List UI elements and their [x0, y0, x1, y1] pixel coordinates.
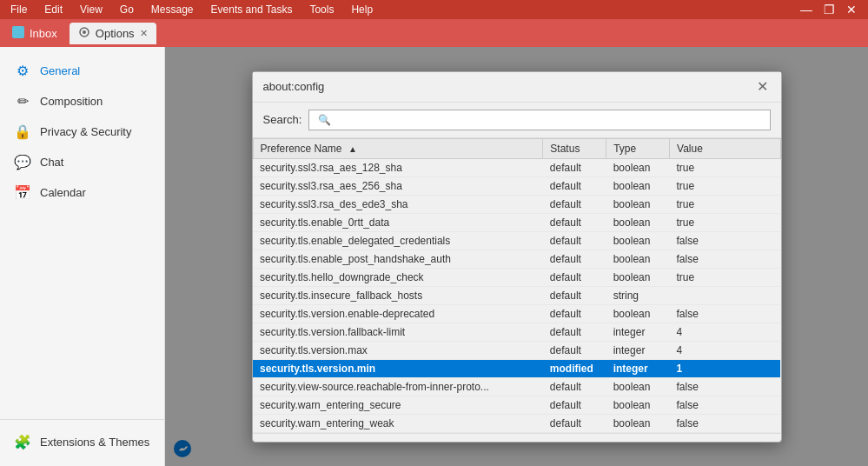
table-row[interactable]: security.ssl3.rsa_aes_128_shadefaultbool… — [253, 158, 780, 176]
sidebar-item-chat[interactable]: 💬 Chat — [0, 147, 164, 177]
cell-value — [670, 286, 780, 304]
table-row[interactable]: security.warn_entering_securedefaultbool… — [253, 396, 780, 414]
sidebar-item-privacy[interactable]: 🔒 Privacy & Security — [0, 116, 164, 147]
menu-message[interactable]: Message — [148, 2, 197, 17]
tab-inbox[interactable]: Inbox — [3, 23, 66, 44]
cell-name: security.tls.version.max — [253, 341, 543, 359]
cell-status: default — [543, 304, 606, 323]
cell-type: boolean — [606, 213, 670, 231]
cell-type: integer — [606, 359, 670, 377]
menu-events[interactable]: Events and Tasks — [208, 2, 296, 17]
cell-name: security.warn_entering_weak — [253, 414, 543, 432]
table-row[interactable]: security.tls.version.minmodifiedinteger1 — [253, 359, 780, 377]
window-controls: — ❐ ✕ — [797, 0, 861, 19]
cell-name: security.tls.version.fallback-limit — [253, 323, 543, 341]
cell-type: boolean — [606, 304, 670, 323]
sidebar-item-extensions[interactable]: 🧩 Extensions & Themes — [0, 427, 164, 457]
cell-type: boolean — [606, 396, 670, 414]
chat-icon: 💬 — [14, 154, 31, 170]
menu-tools[interactable]: Tools — [306, 2, 337, 17]
search-icon: 🔍 — [315, 114, 331, 126]
cell-name: security.ssl3.rsa_aes_256_sha — [253, 176, 543, 195]
table-row[interactable]: security.tls.version.maxdefaultinteger4 — [253, 341, 780, 359]
tab-options[interactable]: Options ✕ — [70, 23, 156, 44]
col-header-status: Status — [543, 138, 606, 158]
menu-view[interactable]: View — [76, 2, 106, 17]
cell-value: true — [670, 158, 780, 176]
cell-type: boolean — [606, 377, 670, 396]
calendar-icon: 📅 — [14, 184, 31, 201]
cell-name: security.view-source.reachable-from-inne… — [253, 377, 543, 396]
cell-value: 4 — [670, 341, 780, 359]
table-row[interactable]: security.ssl3.rsa_des_ede3_shadefaultboo… — [253, 195, 780, 213]
restore-button[interactable]: ❐ — [819, 0, 838, 19]
cell-name: security.tls.version.min — [253, 359, 543, 377]
cell-status: default — [543, 377, 606, 396]
cell-type: string — [606, 286, 670, 304]
cell-type: boolean — [606, 231, 670, 250]
table-row[interactable]: security.tls.hello_downgrade_checkdefaul… — [253, 268, 780, 286]
table-row[interactable]: security.tls.version.fallback-limitdefau… — [253, 323, 780, 341]
cell-name: security.ssl3.rsa_des_ede3_sha — [253, 195, 543, 213]
cell-type: boolean — [606, 176, 670, 195]
cell-status: default — [543, 176, 606, 195]
cell-status: default — [543, 414, 606, 432]
minimize-button[interactable]: — — [797, 0, 816, 19]
options-icon — [78, 26, 90, 41]
table-row[interactable]: security.ssl3.rsa_aes_256_shadefaultbool… — [253, 176, 780, 195]
cell-value: false — [670, 304, 780, 323]
table-header-row: Preference Name ▲ Status Type Value — [253, 138, 780, 158]
cell-value: false — [670, 250, 780, 268]
menu-file[interactable]: File — [7, 2, 30, 17]
table-row[interactable]: security.tls.enable_post_handshake_authd… — [253, 250, 780, 268]
table-row[interactable]: security.warn_entering_weakdefaultboolea… — [253, 414, 780, 432]
col-header-name[interactable]: Preference Name ▲ — [253, 138, 543, 158]
table-scroll-area[interactable]: Preference Name ▲ Status Type Value — [253, 138, 781, 433]
modal-title: about:config — [263, 80, 325, 93]
composition-icon: ✏ — [14, 93, 31, 110]
menu-edit[interactable]: Edit — [41, 2, 66, 17]
table-row[interactable]: security.view-source.reachable-from-inne… — [253, 377, 780, 396]
cell-name: security.tls.hello_downgrade_check — [253, 268, 543, 286]
modal-overlay: about:config ✕ Search: 🔍 — [165, 47, 868, 466]
cell-name: security.ssl3.rsa_aes_128_sha — [253, 158, 543, 176]
cell-value: false — [670, 396, 780, 414]
menu-go[interactable]: Go — [116, 2, 137, 17]
menu-bar: File Edit View Go Message Events and Tas… — [0, 0, 868, 19]
table-row[interactable]: security.tls.enable_0rtt_datadefaultbool… — [253, 213, 780, 231]
cell-type: boolean — [606, 158, 670, 176]
sidebar-item-calendar[interactable]: 📅 Calendar — [0, 177, 164, 208]
sidebar-bottom: 🧩 Extensions & Themes — [0, 419, 164, 457]
sidebar-item-composition-label: Composition — [40, 95, 103, 108]
svg-rect-0 — [12, 26, 24, 38]
cell-status: default — [543, 286, 606, 304]
tab-close-icon[interactable]: ✕ — [140, 28, 148, 39]
search-input-wrapper[interactable]: 🔍 — [308, 110, 770, 130]
cell-name: security.warn_entering_secure — [253, 396, 543, 414]
cell-value: false — [670, 231, 780, 250]
privacy-icon: 🔒 — [14, 123, 31, 140]
table-row[interactable]: security.tls.enable_delegated_credential… — [253, 231, 780, 250]
table-row[interactable]: security.tls.version.enable-deprecatedde… — [253, 304, 780, 323]
table-row[interactable]: security.tls.insecure_fallback_hostsdefa… — [253, 286, 780, 304]
cell-value: true — [670, 195, 780, 213]
sidebar-item-general-label: General — [40, 64, 80, 77]
extensions-icon: 🧩 — [14, 434, 31, 450]
cell-value: true — [670, 176, 780, 195]
svg-point-2 — [83, 30, 86, 34]
tab-inbox-label: Inbox — [30, 27, 57, 40]
cell-status: modified — [543, 359, 606, 377]
search-bar: Search: 🔍 — [253, 103, 781, 138]
menu-help[interactable]: Help — [348, 2, 376, 17]
cell-name: security.tls.enable_0rtt_data — [253, 213, 543, 231]
cell-status: default — [543, 231, 606, 250]
cell-name: security.tls.insecure_fallback_hosts — [253, 286, 543, 304]
cell-status: default — [543, 396, 606, 414]
cell-name: security.tls.version.enable-deprecated — [253, 304, 543, 323]
sidebar-item-general[interactable]: ⚙ General — [0, 56, 164, 86]
modal-titlebar: about:config ✕ — [253, 72, 781, 103]
sidebar-item-composition[interactable]: ✏ Composition — [0, 86, 164, 116]
modal-close-button[interactable]: ✕ — [755, 79, 771, 95]
cell-type: integer — [606, 323, 670, 341]
close-window-button[interactable]: ✕ — [842, 0, 861, 19]
